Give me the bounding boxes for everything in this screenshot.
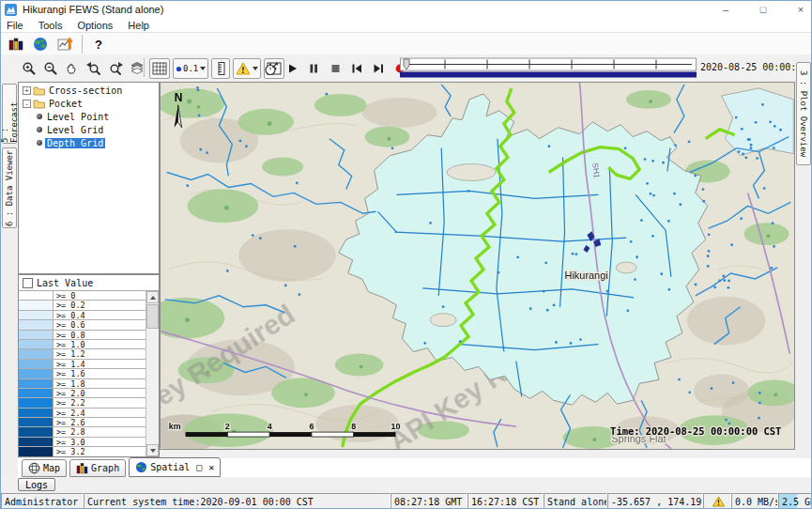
legend-swatch <box>19 369 54 378</box>
map-canvas[interactable]: API Key Required API Key Required <box>161 83 794 449</box>
maximize-button[interactable]: □ <box>757 4 770 15</box>
status-gmt-time: 08:27:18 GMT <box>391 493 467 509</box>
legend-row[interactable]: >= 2.0 <box>19 389 146 398</box>
logs-row: Logs <box>1 477 812 493</box>
legend-row[interactable]: >= 0.6 <box>19 320 146 330</box>
map-view[interactable]: API Key Required API Key Required <box>160 82 795 450</box>
pan-hand-icon[interactable] <box>63 58 82 79</box>
svg-text:10: 10 <box>391 422 400 431</box>
legend-label: >= 2.4 <box>54 409 85 417</box>
legend-row[interactable]: >= 0.8 <box>19 331 146 340</box>
legend-label: >= 0 <box>54 291 75 300</box>
legend-row[interactable]: >= 2.4 <box>19 409 146 418</box>
folder-icon <box>33 85 45 96</box>
ruler-scale-icon[interactable] <box>211 58 230 79</box>
panel-close-icon[interactable]: ✕ <box>208 462 214 472</box>
chevron-down-icon <box>200 67 206 70</box>
tab-graph[interactable]: Graph <box>69 459 126 477</box>
status-bar: Administrator Current system time:2020-0… <box>1 493 812 509</box>
legend-label: >= 1.2 <box>54 349 85 358</box>
legend-swatch <box>19 389 54 397</box>
legend-label: >= 2.0 <box>54 389 85 397</box>
time-slider[interactable] <box>400 57 697 79</box>
legend-row[interactable]: >= 2.2 <box>19 398 146 408</box>
main-toolbar: ? <box>1 33 812 55</box>
legend-row[interactable]: >= 0.2 <box>19 301 146 310</box>
menu-help[interactable]: Help <box>128 20 149 31</box>
zoom-in-icon[interactable] <box>20 58 38 79</box>
close-button[interactable]: × <box>794 4 807 15</box>
legend-row[interactable]: >= 1.6 <box>19 369 146 378</box>
tree-item[interactable]: Level Grid <box>19 124 159 135</box>
help-icon[interactable]: ? <box>89 34 108 54</box>
svg-text:4: 4 <box>268 422 272 431</box>
tab-data-viewer[interactable]: 6 : Data Viewer <box>2 147 17 228</box>
legend-scrollbar[interactable] <box>146 291 159 456</box>
legend-label: >= 0.6 <box>54 320 85 329</box>
legend-row[interactable]: >= 1.2 <box>19 349 146 359</box>
scroll-up-icon[interactable] <box>146 291 159 303</box>
tree-item[interactable]: -Pocket <box>19 98 159 109</box>
legend-row[interactable]: >= 3.2 <box>19 447 146 456</box>
menu-options[interactable]: Options <box>77 20 113 31</box>
status-coordinates: -35.657 , 174.199 <box>607 493 703 509</box>
menu-tools[interactable]: Tools <box>38 20 63 31</box>
panel-maximize-icon[interactable]: □ <box>196 462 202 472</box>
status-warning-icon[interactable] <box>703 493 731 509</box>
globe-icon[interactable] <box>29 34 52 54</box>
legend-row[interactable]: >= 0 <box>19 291 146 301</box>
tab-map-label: Map <box>43 463 60 473</box>
grid-value-dropdown[interactable]: 0.1 <box>173 58 208 79</box>
tree-item[interactable]: Depth Grid <box>19 137 159 148</box>
step-back-icon[interactable] <box>347 58 366 79</box>
play-icon[interactable] <box>283 58 301 79</box>
scroll-down-icon[interactable] <box>146 444 159 456</box>
status-user: Administrator <box>1 493 84 509</box>
timeseries-icon[interactable] <box>54 34 78 54</box>
grid-display-icon[interactable] <box>149 58 170 79</box>
legend-row[interactable]: >= 3.0 <box>19 438 146 447</box>
zoom-next-icon[interactable] <box>106 58 125 79</box>
legend-label: >= 2.2 <box>54 398 85 407</box>
zoom-previous-icon[interactable] <box>84 58 103 79</box>
left-tab-strip: 5 : Forecast 6 : Data Viewer <box>1 82 18 477</box>
legend-row[interactable]: >= 2.6 <box>19 418 146 427</box>
legend-swatch <box>19 349 54 358</box>
tree-expander[interactable]: - <box>23 100 31 108</box>
explorer-bars-icon[interactable] <box>5 34 27 54</box>
legend-label: >= 1.6 <box>54 369 85 378</box>
pause-icon[interactable] <box>304 58 323 79</box>
tree-expander[interactable]: + <box>23 86 31 95</box>
legend-swatch <box>19 360 54 368</box>
set-time-icon[interactable] <box>262 58 281 79</box>
last-value-checkbox[interactable] <box>23 278 33 288</box>
legend-row[interactable]: >= 1.8 <box>19 379 146 389</box>
minimize-button[interactable]: – <box>719 4 732 15</box>
stop-icon[interactable] <box>326 58 345 79</box>
step-forward-icon[interactable] <box>369 58 388 79</box>
logs-button[interactable]: Logs <box>18 478 55 491</box>
right-tab-strip: 3 : Plot Overview <box>795 54 812 477</box>
legend-row[interactable]: >= 1.4 <box>19 360 146 369</box>
legend-row[interactable]: >= 2.8 <box>19 427 146 437</box>
tree-item[interactable]: +Cross-section <box>19 85 159 96</box>
legend-swatch <box>19 438 54 446</box>
legend-panel: Last Value >= 0>= 0.2>= 0.4>= 0.6>= 0.8>… <box>18 274 160 457</box>
tree-item-label: Pocket <box>47 99 84 109</box>
tree-item-label: Depth Grid <box>45 138 105 148</box>
tree-item[interactable]: Level Point <box>19 111 159 122</box>
svg-text:8: 8 <box>351 422 356 431</box>
warning-threshold-dropdown[interactable] <box>233 58 261 79</box>
tab-forecast[interactable]: 5 : Forecast <box>2 84 17 144</box>
legend-row[interactable]: >= 0.4 <box>19 311 146 320</box>
estuary-water <box>722 88 794 156</box>
town-label: Hikurangi <box>565 270 608 281</box>
tab-map[interactable]: Map <box>22 459 67 477</box>
legend-row[interactable]: >= 1.0 <box>19 340 146 349</box>
zoom-out-icon[interactable] <box>41 58 60 79</box>
svg-text:6: 6 <box>309 422 314 431</box>
scrollbar-thumb[interactable] <box>146 304 159 329</box>
tab-plot-overview[interactable]: 3 : Plot Overview <box>796 62 811 165</box>
tab-spatial[interactable]: Spatial □ ✕ <box>129 457 221 477</box>
menu-file[interactable]: File <box>7 20 23 31</box>
